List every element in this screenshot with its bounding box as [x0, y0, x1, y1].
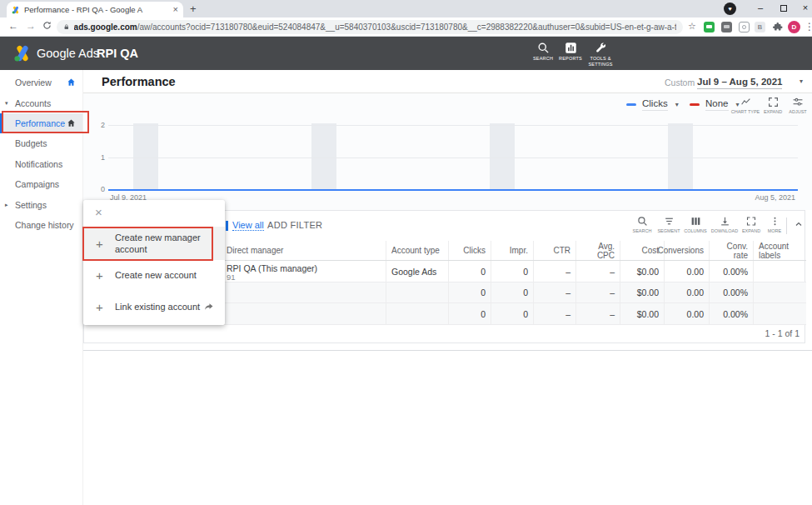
sidebar-item-campaigns[interactable]: Campaigns	[0, 174, 82, 194]
add-filter-button[interactable]: ADD FILTER	[267, 220, 322, 230]
cell	[754, 303, 806, 324]
accounts-table: Direct manager Account type Clicks Impr.…	[222, 241, 806, 325]
back-icon[interactable]: ←	[8, 20, 18, 32]
sidebar-item-label: Settings	[15, 200, 47, 210]
url-path: /aw/accounts?ocid=713180780&euid=5240848…	[137, 22, 676, 32]
column-header[interactable]: Conv. rate	[710, 241, 754, 260]
cell: 0	[449, 282, 491, 302]
browser-profile-avatar[interactable]: D	[788, 21, 800, 33]
clicks-series-line	[108, 189, 798, 191]
cell: 0.00%	[710, 282, 754, 302]
table-row[interactable]: RPI QA (This manager) 91 Google Ads 0 0 …	[222, 261, 806, 282]
tools-settings-button[interactable]: TOOLS & SETTINGS	[582, 42, 619, 68]
sidebar-item-overview[interactable]: Overview	[0, 72, 82, 92]
cell: 0	[449, 261, 491, 282]
more-options-button[interactable]: MORE	[760, 216, 789, 233]
extension-icon-b[interactable]: B	[755, 22, 765, 32]
column-header[interactable]: Impr.	[491, 241, 534, 260]
google-ads-logo[interactable]	[13, 45, 32, 62]
table-search-button[interactable]: SEARCH	[628, 216, 656, 233]
cell	[754, 282, 806, 302]
view-all-link[interactable]: View all	[232, 220, 264, 231]
cell	[386, 303, 449, 324]
download-icon	[720, 216, 730, 227]
table-search-label: SEARCH	[628, 228, 656, 233]
plus-icon: +	[96, 268, 103, 282]
sidebar-item-label: Accounts	[15, 98, 51, 108]
weekend-band	[133, 123, 158, 190]
metric-color-swatch	[626, 103, 636, 106]
sidebar-item-label: Campaigns	[15, 179, 59, 189]
column-header[interactable]: Direct manager	[222, 241, 386, 260]
url-text: ads.google.com/aw/accounts?ocid=71318078…	[74, 22, 676, 32]
new-tab-button[interactable]: +	[190, 2, 197, 15]
address-bar[interactable]: ads.google.com/aw/accounts?ocid=71318078…	[57, 20, 683, 34]
column-header[interactable]: Account type	[386, 241, 449, 260]
extension-icon-gray[interactable]	[721, 22, 732, 32]
page-header: Performance Custom Jul 9 – Aug 5, 2021 ▾…	[83, 70, 812, 93]
toolbar-divider	[786, 218, 787, 234]
cell: –	[534, 261, 576, 282]
truncated-link-fragment	[226, 221, 228, 231]
cell: $0.00	[620, 261, 665, 282]
bookmark-star-icon[interactable]: ☆	[688, 21, 696, 32]
account-name-cell[interactable]: RPI QA (This manager) 91	[222, 261, 386, 282]
chevron-down-icon[interactable]: ▾	[800, 78, 803, 85]
lock-icon	[63, 23, 70, 31]
segment-button[interactable]: SEGMENT	[655, 216, 683, 233]
column-header[interactable]: Avg. CPC	[576, 241, 620, 260]
annotation-box-create-manager	[82, 227, 213, 261]
wrench-icon	[595, 42, 607, 54]
browser-tab[interactable]: Performance - RPI QA - Google A ×	[7, 2, 183, 18]
extension-icon-green[interactable]	[704, 22, 715, 32]
y-axis-tick: 2	[88, 121, 105, 129]
primary-metric-selector[interactable]: Clicks ▾	[626, 98, 679, 111]
date-mode-label: Custom	[665, 78, 695, 88]
pagination-label: 1 - 1 of 1	[765, 328, 800, 338]
camera-extension-icon[interactable]	[739, 22, 750, 32]
chart-adjust-button[interactable]: ADJUST	[781, 97, 812, 114]
column-header[interactable]: Account labels	[754, 241, 806, 260]
forward-icon[interactable]: →	[26, 20, 36, 32]
titlebar-profile-icon[interactable]: ♥	[724, 2, 736, 15]
column-header[interactable]: Conversions	[665, 241, 710, 260]
search-icon	[537, 42, 550, 54]
sidebar-item-budgets[interactable]: Budgets	[0, 133, 82, 153]
sidebar-item-settings[interactable]: ▸ Settings	[0, 194, 82, 214]
cell: –	[576, 282, 620, 302]
window-close-button[interactable]: ×	[799, 2, 812, 12]
sidebar-item-label: Notifications	[15, 159, 62, 169]
collapse-table-button[interactable]	[794, 219, 804, 229]
tab-close-icon[interactable]: ×	[173, 5, 178, 14]
expand-icon	[768, 97, 779, 108]
minimize-button[interactable]: –	[754, 2, 767, 12]
cell: 0.00	[665, 282, 710, 302]
date-range-picker[interactable]: Jul 9 – Aug 5, 2021	[697, 77, 782, 89]
download-button[interactable]: DOWNLOAD	[710, 216, 739, 233]
columns-icon	[690, 216, 701, 227]
cell: 0.00	[665, 303, 710, 324]
extensions-puzzle-icon[interactable]	[773, 22, 783, 32]
menu-item-create-account[interactable]: + Create new account	[83, 260, 225, 290]
metric-label: None	[705, 98, 729, 111]
column-header[interactable]: Clicks	[449, 241, 491, 260]
sidebar-nav: Overview ▾ Accounts Performance Budgets …	[0, 70, 83, 505]
chevron-up-icon	[794, 219, 804, 229]
product-name: Google Ads	[37, 47, 99, 60]
google-ads-favicon	[12, 6, 20, 14]
column-header[interactable]: CTR	[534, 241, 576, 260]
cell: 0.00%	[710, 261, 754, 282]
app-header: Google Ads RPI QA SEARCH REPORTS TOOLS &…	[0, 37, 812, 70]
browser-menu-icon[interactable]: ⋮	[805, 21, 812, 32]
menu-item-link-existing-account[interactable]: + Link existing account	[83, 290, 225, 323]
close-icon[interactable]: ×	[95, 205, 102, 219]
sidebar-item-label: Change history	[15, 220, 74, 230]
cell	[222, 282, 386, 302]
reload-icon[interactable]	[42, 21, 52, 30]
cell: 0.00	[665, 261, 710, 282]
maximize-button[interactable]	[777, 3, 790, 13]
columns-button[interactable]: COLUMNS	[681, 216, 710, 233]
sidebar-item-change-history[interactable]: Change history	[0, 215, 82, 235]
sidebar-item-notifications[interactable]: Notifications	[0, 154, 82, 174]
adjust-label: ADJUST	[781, 109, 812, 114]
